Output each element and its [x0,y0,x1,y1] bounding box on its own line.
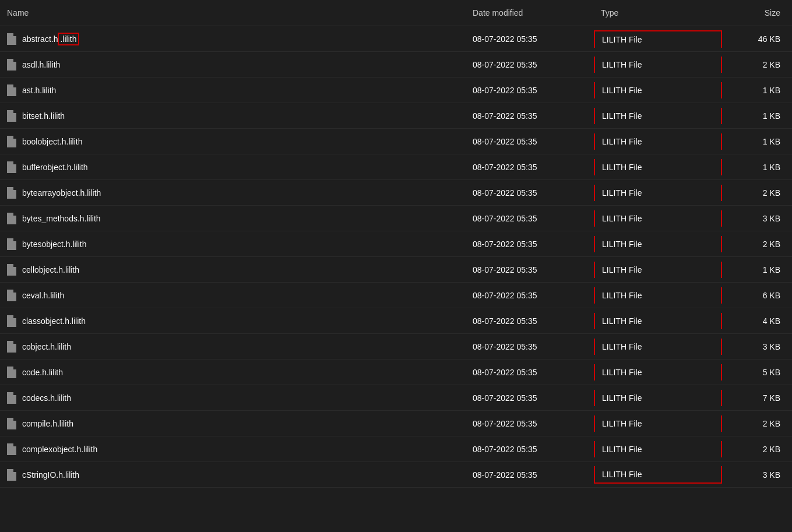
filename: compile.h.lilith [22,419,73,428]
file-icon [7,367,16,378]
table-row[interactable]: bytes_methods.h.lilith08-07-2022 05:35LI… [0,206,792,231]
file-name-cell: bitset.h.lilith [0,107,466,125]
file-name-cell: bytes_methods.h.lilith [0,209,466,228]
file-type: LILITH File [594,57,722,73]
date-modified: 08-07-2022 05:35 [466,467,594,483]
date-modified: 08-07-2022 05:35 [466,287,594,304]
table-row[interactable]: bitset.h.lilith08-07-2022 05:35LILITH Fi… [0,103,792,129]
file-type: LILITH File [594,339,722,355]
file-icon [7,136,16,147]
file-icon [7,110,16,122]
date-modified: 08-07-2022 05:35 [466,236,594,252]
file-type: LILITH File [594,30,722,48]
filename: code.h.lilith [22,368,63,377]
file-type: LILITH File [594,185,722,201]
file-icon [7,392,16,404]
file-size: 2 KB [722,185,792,201]
file-name-cell: boolobject.h.lilith [0,132,466,151]
date-modified: 08-07-2022 05:35 [466,415,594,432]
file-explorer: Name Date modified Type Size abstract.h.… [0,0,792,532]
table-row[interactable]: codecs.h.lilith08-07-2022 05:35LILITH Fi… [0,385,792,411]
file-type: LILITH File [594,82,722,98]
table-row[interactable]: bytearrayobject.h.lilith08-07-2022 05:35… [0,180,792,206]
header-name: Name [0,5,466,21]
file-size: 3 KB [722,339,792,355]
file-name-cell: bufferobject.h.lilith [0,158,466,177]
file-size: 3 KB [722,210,792,227]
file-size: 2 KB [722,57,792,73]
file-name-cell: classobject.h.lilith [0,312,466,330]
filename: boolobject.h.lilith [22,137,83,146]
date-modified: 08-07-2022 05:35 [466,441,594,457]
table-row[interactable]: cobject.h.lilith08-07-2022 05:35LILITH F… [0,334,792,360]
file-name-cell: abstract.h.lilith [0,29,466,49]
date-modified: 08-07-2022 05:35 [466,364,594,380]
file-size: 4 KB [722,313,792,329]
table-row[interactable]: code.h.lilith08-07-2022 05:35LILITH File… [0,360,792,385]
file-icon [7,469,16,481]
file-type: LILITH File [594,364,722,380]
file-name-cell: ast.h.lilith [0,81,466,100]
filename: classobject.h.lilith [22,316,86,326]
file-size: 3 KB [722,467,792,483]
file-type: LILITH File [594,390,722,406]
file-type: LILITH File [594,287,722,304]
filename: ast.h.lilith [22,86,56,95]
table-row[interactable]: boolobject.h.lilith08-07-2022 05:35LILIT… [0,129,792,154]
file-icon [7,238,16,250]
file-size: 1 KB [722,108,792,124]
header-date: Date modified [466,5,594,21]
file-size: 1 KB [722,262,792,278]
table-row[interactable]: bufferobject.h.lilith08-07-2022 05:35LIL… [0,154,792,180]
table-row[interactable]: bytesobject.h.lilith08-07-2022 05:35LILI… [0,231,792,257]
file-type: LILITH File [594,313,722,329]
file-icon [7,187,16,199]
file-size: 2 KB [722,441,792,457]
file-name-cell: asdl.h.lilith [0,55,466,74]
file-type: LILITH File [594,236,722,252]
file-size: 2 KB [722,236,792,252]
filename: bytesobject.h.lilith [22,239,87,249]
table-row[interactable]: ceval.h.lilith08-07-2022 05:35LILITH Fil… [0,283,792,308]
file-type: LILITH File [594,415,722,432]
file-icon [7,84,16,96]
highlighted-filename: abstract.h.lilith [22,33,79,45]
table-row[interactable]: compile.h.lilith08-07-2022 05:35LILITH F… [0,411,792,436]
file-name-cell: cStringIO.h.lilith [0,466,466,484]
file-icon [7,33,16,45]
date-modified: 08-07-2022 05:35 [466,31,594,47]
file-icon [7,290,16,301]
file-size: 1 KB [722,82,792,98]
file-name-cell: cobject.h.lilith [0,337,466,356]
table-row[interactable]: classobject.h.lilith08-07-2022 05:35LILI… [0,308,792,334]
table-row[interactable]: asdl.h.lilith08-07-2022 05:35LILITH File… [0,52,792,77]
filename: ceval.h.lilith [22,291,64,300]
file-icon [7,443,16,455]
file-type: LILITH File [594,133,722,150]
file-type: LILITH File [594,159,722,175]
filename: bitset.h.lilith [22,111,65,121]
filename: codecs.h.lilith [22,393,71,403]
file-name-cell: codecs.h.lilith [0,389,466,407]
file-name-cell: complexobject.h.lilith [0,440,466,459]
date-modified: 08-07-2022 05:35 [466,159,594,175]
table-row[interactable]: cellobject.h.lilith08-07-2022 05:35LILIT… [0,257,792,283]
table-header: Name Date modified Type Size [0,0,792,26]
file-size: 1 KB [722,133,792,150]
date-modified: 08-07-2022 05:35 [466,185,594,201]
table-row[interactable]: abstract.h.lilith08-07-2022 05:35LILITH … [0,26,792,52]
header-type: Type [594,5,722,21]
file-name-cell: ceval.h.lilith [0,286,466,305]
date-modified: 08-07-2022 05:35 [466,82,594,98]
filename: cobject.h.lilith [22,342,71,351]
table-row[interactable]: ast.h.lilith08-07-2022 05:35LILITH File1… [0,77,792,103]
file-type: LILITH File [594,210,722,227]
date-modified: 08-07-2022 05:35 [466,339,594,355]
date-modified: 08-07-2022 05:35 [466,210,594,227]
file-type: LILITH File [594,466,722,484]
table-row[interactable]: cStringIO.h.lilith08-07-2022 05:35LILITH… [0,462,792,488]
filename-highlighted-suffix: .lilith [58,33,79,45]
file-name-cell: compile.h.lilith [0,414,466,433]
file-icon [7,213,16,224]
table-row[interactable]: complexobject.h.lilith08-07-2022 05:35LI… [0,436,792,462]
